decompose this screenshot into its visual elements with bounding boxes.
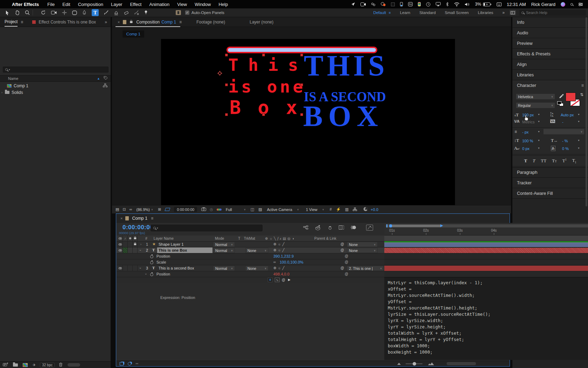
- small-caps-button[interactable]: TT: [552, 158, 556, 164]
- new-folder-icon[interactable]: [13, 363, 18, 367]
- project-row-solids[interactable]: › Solids: [0, 89, 111, 96]
- font-family-select[interactable]: Helvetica∨: [516, 94, 555, 100]
- timeline-search-field[interactable]: ▾: [150, 225, 262, 231]
- expression-code-line[interactable]: boxHeight = 1000;: [388, 349, 588, 355]
- layer-row-text2[interactable]: › 3 T This is a second Box Normal∨ None∨…: [117, 265, 384, 271]
- tsume-value[interactable]: 0 %: [562, 146, 569, 151]
- t-column-header[interactable]: T: [238, 236, 240, 240]
- expression-language-menu-icon[interactable]: ▶: [288, 278, 290, 281]
- device-icon[interactable]: [418, 2, 421, 6]
- parent-select[interactable]: 2. This is one |∨: [347, 266, 384, 271]
- eyedropper-icon[interactable]: [559, 94, 564, 100]
- parent-pickwhip-icon[interactable]: @: [341, 242, 344, 246]
- trkmat-column-header[interactable]: TrkMat: [244, 236, 255, 240]
- snapshot-icon[interactable]: [201, 207, 206, 212]
- video-toggle[interactable]: [118, 265, 123, 271]
- video-toggle[interactable]: [118, 241, 123, 247]
- zoom-tool[interactable]: [25, 10, 30, 15]
- lock-toggle[interactable]: [133, 241, 138, 247]
- roto-brush-tool[interactable]: [134, 10, 139, 15]
- camera-select[interactable]: Active Camera∨: [267, 207, 299, 212]
- vertical-scale-dropdown-icon[interactable]: ▼: [538, 139, 540, 142]
- zoom-in-mountains-icon[interactable]: [428, 362, 434, 365]
- panel-tracker[interactable]: Tracker: [512, 178, 588, 188]
- interpret-footage-icon[interactable]: [3, 362, 8, 367]
- region-of-interest-icon[interactable]: ◫: [251, 207, 254, 211]
- transparency-grid-icon[interactable]: ▨: [258, 207, 262, 211]
- channels-icon[interactable]: [217, 209, 222, 211]
- workspace-default[interactable]: Default: [373, 11, 386, 15]
- menu-view[interactable]: View: [177, 2, 187, 7]
- pan-behind-tool[interactable]: [62, 10, 67, 15]
- panel-info-label[interactable]: Info: [517, 20, 524, 25]
- property-label[interactable]: Scale: [156, 260, 166, 264]
- graph-row[interactable]: [384, 265, 588, 271]
- panel-grabber-icon[interactable]: [176, 10, 181, 15]
- panel-paragraph-label[interactable]: Paragraph: [517, 170, 537, 175]
- location-icon[interactable]: [351, 2, 355, 6]
- close-icon[interactable]: ×: [118, 20, 120, 24]
- workspace-standard[interactable]: Standard: [419, 11, 436, 15]
- selection-handle[interactable]: [262, 54, 265, 56]
- workspace-menu-icon[interactable]: ≡: [389, 11, 391, 15]
- kerning-dropdown-icon[interactable]: ▼: [538, 120, 540, 123]
- layer-row-text1[interactable]: › 2 T This is one Box Normal∨ None∨ ⊕☼╱ …: [117, 247, 384, 253]
- timeline-zoom-slider[interactable]: [406, 363, 422, 364]
- pixel-aspect-icon[interactable]: #: [330, 207, 332, 211]
- menu-effect[interactable]: Effect: [130, 2, 141, 7]
- timeline-tab-label[interactable]: Comp 1: [132, 216, 147, 221]
- panel-align-label[interactable]: Align: [517, 62, 527, 67]
- tab-composition-name[interactable]: Comp 1: [161, 20, 176, 25]
- pen-tool[interactable]: [82, 10, 86, 15]
- panel-libraries[interactable]: Libraries: [512, 70, 588, 80]
- magnification-select[interactable]: (86.9%)∨: [136, 207, 153, 212]
- tab-footage[interactable]: Footage (none): [196, 20, 225, 25]
- panel-paragraph[interactable]: Paragraph: [512, 167, 588, 178]
- expression-code-line[interactable]: boxWidth = 1000;: [388, 343, 588, 349]
- viewer-panel-menu-icon[interactable]: ≡: [179, 20, 182, 25]
- graph-editor-icon[interactable]: [366, 225, 373, 231]
- workspace-learn[interactable]: Learn: [400, 11, 410, 15]
- horizontal-scale-value[interactable]: - %: [562, 139, 568, 143]
- toggle-transfer-pane-icon[interactable]: [128, 362, 131, 366]
- notes-app-icon[interactable]: [408, 2, 413, 6]
- menu-window[interactable]: Window: [195, 2, 211, 7]
- solo-toggle[interactable]: [128, 265, 133, 271]
- label-column-icon[interactable]: [104, 76, 108, 81]
- num-column-header[interactable]: #: [145, 236, 147, 240]
- selection-handle[interactable]: [300, 83, 303, 86]
- subscript-button[interactable]: T1: [572, 158, 576, 164]
- wifi-icon[interactable]: [454, 2, 460, 6]
- character-panel-menu-icon[interactable]: ≡: [581, 83, 584, 88]
- solo-toggle[interactable]: [128, 241, 133, 247]
- app-menu-title[interactable]: After Effects: [12, 2, 39, 7]
- fill-color-swatch[interactable]: [566, 93, 576, 101]
- stopwatch-icon[interactable]: [150, 255, 153, 258]
- red-text-line1[interactable]: This: [228, 55, 308, 75]
- parent-column-header[interactable]: Parent & Link: [314, 236, 336, 240]
- siri-icon[interactable]: [561, 2, 565, 7]
- layer-expander-icon[interactable]: ›: [139, 268, 142, 269]
- default-fill-stroke-icon[interactable]: [557, 101, 564, 107]
- expression-code-line[interactable]: yOffset =: [388, 299, 588, 305]
- property-label[interactable]: Position: [156, 272, 170, 276]
- expression-code-line[interactable]: lyrY = lyrSize.height;: [388, 324, 588, 330]
- project-item-label[interactable]: Comp 1: [14, 83, 28, 88]
- property-row-position2[interactable]: › Position 498.4,0.0 @: [117, 271, 384, 277]
- viewer-subtab-label[interactable]: Comp 1: [126, 32, 140, 36]
- auto-open-checkbox[interactable]: ✓: [185, 11, 189, 15]
- anchor-point-icon[interactable]: [217, 70, 223, 77]
- layer-expander-icon[interactable]: ›: [140, 243, 141, 246]
- expression-code-line[interactable]: lyrSize = thisLayer.sourceRectAtTime();: [388, 311, 588, 318]
- property-row-position1[interactable]: Position 390.1,232.9 @: [117, 253, 384, 259]
- panel-info[interactable]: Info: [512, 17, 588, 28]
- expression-graph-icon[interactable]: ∿: [275, 278, 280, 282]
- work-area-start-handle[interactable]: [389, 224, 392, 227]
- expression-pickwhip-icon[interactable]: @: [282, 278, 285, 282]
- clone-stamp-tool[interactable]: [114, 11, 119, 15]
- stroke-width-dropdown-icon[interactable]: ▼: [538, 130, 540, 133]
- time-machine-icon[interactable]: [426, 2, 430, 7]
- lock-toggle[interactable]: [133, 247, 138, 253]
- stroke-style-select[interactable]: ∨: [543, 129, 584, 135]
- layer-row-shape[interactable]: › 1 ★ Shape Layer 1 Normal∨ ⊕☼╱ @ None∨: [117, 241, 384, 247]
